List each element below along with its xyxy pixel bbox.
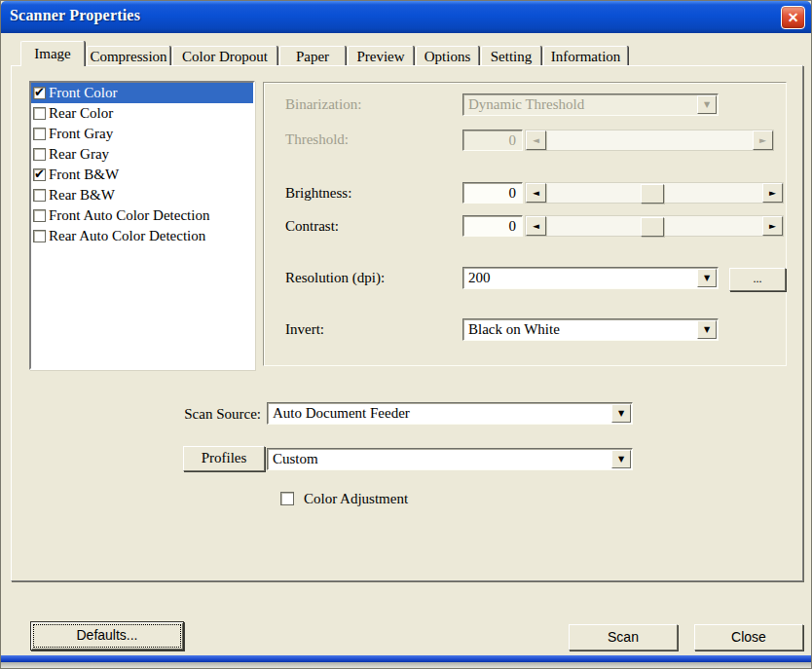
invert-value: Black on White (463, 319, 696, 340)
tab-preview[interactable]: Preview (348, 46, 414, 66)
binarization-label: Binarization: (285, 96, 361, 113)
tab-options[interactable]: Options (416, 46, 479, 66)
chevron-down-icon[interactable]: ▼ (697, 95, 717, 114)
list-item-front-gray[interactable]: Front Gray (31, 124, 253, 144)
front-auto-color-checkbox[interactable] (33, 209, 46, 222)
binarization-value: Dynamic Threshold (463, 94, 696, 115)
list-item-label: Rear Color (49, 105, 113, 122)
list-item-label: Front Gray (49, 126, 113, 142)
contrast-slider[interactable]: ◄ ► (525, 215, 784, 237)
scanner-properties-dialog: Scanner Properties ✕ Image Compression C… (0, 0, 812, 669)
rear-color-checkbox[interactable] (33, 107, 46, 120)
list-item-label: Rear B&W (49, 187, 115, 204)
invert-dropdown[interactable]: Black on White ▼ (462, 318, 719, 341)
scan-source-value: Auto Document Feeder (268, 403, 610, 424)
list-item-label: Front Auto Color Detection (49, 207, 209, 224)
resolution-value: 200 (463, 268, 696, 288)
slider-left-icon[interactable]: ◄ (526, 183, 546, 203)
list-item-front-color[interactable]: Front Color (31, 83, 253, 103)
list-item-label: Front Color (49, 85, 117, 101)
front-gray-checkbox[interactable] (33, 128, 46, 140)
contrast-label: Contrast: (285, 218, 339, 235)
profiles-value: Custom (268, 449, 610, 469)
brightness-slider[interactable]: ◄ ► (525, 182, 784, 204)
chevron-down-icon[interactable]: ▼ (697, 269, 717, 287)
slider-right-icon[interactable]: ► (762, 183, 783, 203)
list-item-rear-color[interactable]: Rear Color (31, 103, 253, 124)
title-bar[interactable]: Scanner Properties ✕ (1, 1, 811, 33)
image-type-list: Front Color Rear Color Front Gray Rear G… (29, 81, 255, 370)
list-item-front-bw[interactable]: Front B&W (31, 165, 253, 185)
contrast-slider-thumb[interactable] (641, 217, 664, 237)
slider-left-icon[interactable]: ◄ (526, 130, 546, 150)
resolution-label: Resolution (dpi): (285, 270, 385, 286)
rear-auto-color-checkbox[interactable] (33, 230, 46, 242)
brightness-value[interactable]: 0 (462, 182, 523, 204)
binarization-dropdown[interactable]: Dynamic Threshold ▼ (462, 93, 719, 116)
tab-paper[interactable]: Paper (279, 46, 346, 66)
list-item-label: Rear Gray (49, 146, 109, 163)
contrast-value[interactable]: 0 (462, 215, 523, 237)
tab-information[interactable]: Information (543, 46, 628, 66)
scan-source-dropdown[interactable]: Auto Document Feeder ▼ (267, 402, 633, 425)
tab-color-dropout[interactable]: Color Dropout (172, 46, 277, 66)
threshold-label: Threshold: (285, 131, 349, 148)
list-item-label: Rear Auto Color Detection (49, 228, 205, 244)
brightness-slider-thumb[interactable] (641, 184, 664, 204)
profiles-dropdown[interactable]: Custom ▼ (267, 448, 633, 470)
image-tab-page: Front Color Rear Color Front Gray Rear G… (11, 65, 803, 581)
scan-button[interactable]: Scan (569, 624, 678, 650)
slider-left-icon[interactable]: ◄ (526, 216, 546, 236)
list-item-label: Front B&W (49, 167, 119, 183)
list-item-rear-bw[interactable]: Rear B&W (31, 185, 253, 205)
list-item-front-auto-color[interactable]: Front Auto Color Detection (31, 205, 253, 226)
resolution-dropdown[interactable]: 200 ▼ (462, 267, 719, 289)
list-item-rear-gray[interactable]: Rear Gray (31, 144, 253, 165)
resolution-more-button[interactable]: ... (729, 268, 786, 291)
profiles-button[interactable]: Profiles (183, 446, 265, 471)
rear-bw-checkbox[interactable] (33, 189, 46, 202)
window-bottom-border (1, 655, 811, 662)
front-color-checkbox[interactable] (33, 87, 46, 99)
close-button[interactable]: Close (694, 624, 803, 650)
tab-compression[interactable]: Compression (87, 46, 170, 66)
color-adjustment-checkbox[interactable] (280, 492, 294, 505)
tab-image[interactable]: Image (20, 41, 85, 66)
front-bw-checkbox[interactable] (33, 168, 46, 181)
tab-setting[interactable]: Setting (481, 46, 541, 66)
close-icon[interactable]: ✕ (781, 6, 805, 29)
invert-label: Invert: (285, 321, 324, 338)
list-item-rear-auto-color[interactable]: Rear Auto Color Detection (31, 226, 253, 246)
scan-source-label: Scan Source: (12, 406, 261, 423)
background-below-window (1, 662, 811, 669)
threshold-value[interactable]: 0 (462, 130, 523, 151)
chevron-down-icon[interactable]: ▼ (611, 450, 631, 468)
slider-right-icon[interactable]: ► (762, 216, 783, 236)
defaults-button[interactable]: Defaults... (30, 621, 184, 650)
image-settings-group: Binarization: Dynamic Threshold ▼ Thresh… (263, 82, 787, 366)
rear-gray-checkbox[interactable] (33, 148, 46, 161)
color-adjustment-label: Color Adjustment (304, 491, 408, 507)
threshold-slider[interactable]: ◄ ► (525, 130, 774, 151)
brightness-label: Brightness: (285, 185, 351, 202)
window-title: Scanner Properties (10, 7, 140, 24)
chevron-down-icon[interactable]: ▼ (611, 404, 631, 423)
chevron-down-icon[interactable]: ▼ (697, 320, 717, 339)
slider-right-icon[interactable]: ► (753, 130, 773, 150)
